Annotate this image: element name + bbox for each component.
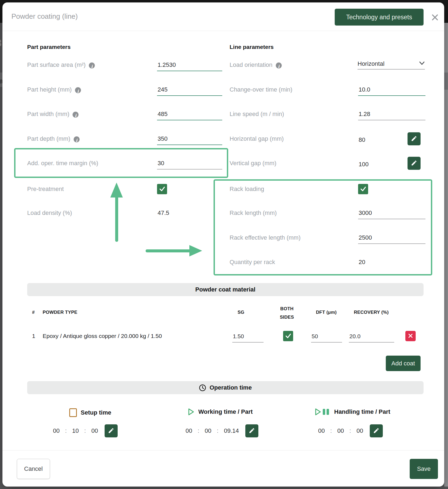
technology-presets-button[interactable]: Technology and presets [335, 9, 424, 26]
material-recovery-input[interactable] [349, 332, 394, 343]
close-icon [431, 18, 439, 23]
checkmark-icon [285, 332, 292, 340]
handling-time-edit-button[interactable] [370, 424, 383, 437]
material-dft-input[interactable] [311, 332, 342, 343]
load-density-label: Load density (%) [27, 209, 72, 217]
handling-time-label: Handling time / Part [334, 408, 390, 415]
operation-time-heading: Operation time [209, 384, 252, 391]
working-hours: 00 [186, 427, 192, 434]
changeover-time-input[interactable] [358, 85, 425, 96]
time-margin-input[interactable] [157, 159, 222, 170]
setup-time-header: Setup time [69, 408, 111, 417]
setup-minutes: 10 [72, 427, 79, 434]
close-button[interactable] [430, 12, 440, 23]
info-icon[interactable] [75, 87, 81, 93]
info-icon[interactable] [276, 62, 282, 68]
part-height-input[interactable] [157, 85, 222, 96]
info-icon[interactable] [89, 62, 95, 68]
handling-seconds: 00 [356, 427, 363, 434]
background-text-fragment: 3 [0, 37, 2, 49]
line-speed-input[interactable] [358, 110, 425, 120]
rack-length-label: Rack length (mm) [230, 209, 277, 217]
checkmark-icon [360, 185, 367, 193]
working-minutes: 00 [205, 427, 211, 434]
column-header-recovery: RECOVERY (%) [349, 310, 394, 315]
pencil-icon [373, 427, 380, 435]
page-scrollbar[interactable] [444, 23, 448, 489]
vertical-gap-label: Vertical gap (mm) [230, 160, 276, 167]
surface-area-input[interactable] [157, 61, 222, 71]
info-icon[interactable] [74, 136, 80, 142]
add-coat-button[interactable]: Add coat [386, 356, 421, 371]
working-time-header: Working time / Part [188, 408, 253, 416]
material-sg-input[interactable] [232, 332, 264, 343]
powder-coating-dialog: Powder coating (line) Technology and pre… [2, 2, 444, 487]
save-button[interactable]: Save [410, 459, 438, 479]
material-row-number: 1 [32, 333, 35, 339]
part-width-input[interactable] [157, 110, 222, 120]
surface-area-label: Part surface area (m²) [27, 61, 95, 68]
dialog-title: Powder coating (line) [11, 12, 78, 21]
handling-minutes: 00 [337, 427, 344, 434]
screen: 3 Pa Powder coating (line) Technology an… [0, 0, 448, 489]
pencil-icon [411, 160, 417, 167]
rack-loading-label: Rack loading [230, 186, 264, 193]
horizontal-gap-edit-button[interactable] [408, 132, 421, 145]
column-header-both-sides: BOTH SIDES [273, 305, 300, 321]
load-orientation-select[interactable]: Horizontal [358, 59, 425, 70]
horizontal-gap-value: 80 [359, 136, 365, 143]
clock-icon [199, 384, 206, 391]
rack-length-input[interactable] [358, 209, 425, 219]
annotation-arrow-up-head [110, 183, 123, 198]
checkmark-icon [159, 185, 166, 193]
part-depth-input[interactable] [157, 134, 222, 145]
setup-time-icon [69, 408, 77, 417]
load-orientation-label: Load orientation [230, 61, 282, 68]
horizontal-gap-label: Horizontal gap (mm) [230, 135, 284, 142]
delete-coat-button[interactable] [405, 331, 416, 341]
load-density-value: 47.5 [158, 209, 169, 217]
annotation-arrow-right-head [189, 245, 202, 256]
quantity-per-rack-value: 20 [359, 259, 365, 266]
column-header-sg: SG [232, 310, 250, 315]
page-scrollbar-thumb[interactable] [444, 73, 448, 90]
delete-x-icon [408, 333, 413, 339]
footer-divider [2, 450, 444, 450]
setup-seconds: 00 [91, 427, 98, 434]
working-time-edit-button[interactable] [245, 424, 258, 437]
background-gap [0, 487, 448, 489]
pencil-icon [108, 427, 114, 435]
changeover-time-label: Change-over time (min) [230, 86, 292, 93]
powder-material-heading: Powder coat material [195, 286, 255, 293]
vertical-gap-value: 100 [359, 161, 369, 168]
time-margin-label: Add. oper. time margin (%) [27, 160, 98, 167]
material-row-type: Epoxy / Antique gloss copper / 20.000 kg… [43, 333, 162, 339]
column-header-powder-type: POWDER TYPE [43, 310, 77, 315]
both-sides-checkbox[interactable] [283, 331, 293, 341]
working-time-value: 00 : 00 : 09.14 [186, 424, 258, 437]
load-orientation-value: Horizontal [358, 60, 384, 67]
part-depth-label: Part depth (mm) [27, 135, 80, 142]
cancel-button[interactable]: Cancel [17, 459, 50, 479]
setup-time-value: 00 : 10 : 00 [53, 424, 118, 437]
rack-loading-checkbox[interactable] [358, 184, 368, 194]
working-time-label: Working time / Part [198, 408, 253, 415]
column-header-num: # [32, 310, 35, 315]
vertical-gap-edit-button[interactable] [408, 157, 421, 170]
handling-time-header: Handling time / Part [315, 408, 390, 416]
info-icon[interactable] [73, 112, 79, 118]
rack-effective-length-label: Rack effective length (mm) [230, 234, 300, 241]
pretreatment-checkbox[interactable] [157, 184, 167, 194]
part-height-label: Part height (mm) [27, 86, 81, 93]
play-pause-icon [315, 408, 330, 416]
handling-time-value: 00 : 00 : 00 [318, 424, 383, 437]
line-speed-label: Line speed (m / min) [230, 111, 284, 118]
rack-effective-length-input[interactable] [358, 233, 425, 244]
pencil-icon [249, 427, 255, 435]
header-divider [2, 31, 444, 31]
pencil-icon [411, 135, 417, 143]
setup-time-edit-button[interactable] [105, 424, 118, 437]
part-parameters-heading: Part parameters [27, 44, 71, 50]
setup-hours: 00 [53, 427, 59, 434]
setup-time-label: Setup time [81, 409, 111, 416]
